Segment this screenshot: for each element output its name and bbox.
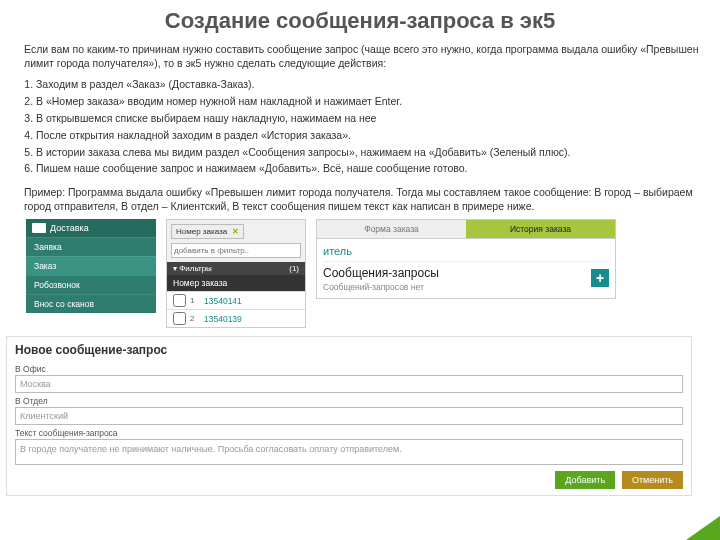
step-item: В открывшемся списке выбираем нашу накла… xyxy=(36,110,702,127)
message-text-field[interactable]: В городе получателе не принимают наличны… xyxy=(15,439,683,465)
panel-body: итель Сообщения-запросы Сообщений-запрос… xyxy=(316,239,616,299)
new-message-form: Новое сообщение-запрос В Офис Москва В О… xyxy=(6,336,692,496)
row-number: 2 xyxy=(190,314,204,323)
step-item: После открытия накладной заходим в разде… xyxy=(36,127,702,144)
row-number: 1 xyxy=(190,296,204,305)
table-row[interactable]: 2 13540139 xyxy=(167,309,305,327)
order-filter-screenshot: Номер заказа ✕ ▾ Фильтры (1) Номер заказ… xyxy=(166,219,306,328)
page-title: Создание сообщения-запроса в эк5 xyxy=(0,0,720,38)
form-heading: Новое сообщение-запрос xyxy=(15,341,683,361)
filter-tag[interactable]: Номер заказа ✕ xyxy=(171,224,244,239)
filters-label: Фильтры xyxy=(179,264,212,273)
cancel-button[interactable]: Отменить xyxy=(622,471,683,489)
order-id[interactable]: 13540139 xyxy=(204,314,242,324)
menu-item-zayavka[interactable]: Заявка xyxy=(26,237,156,256)
step-item: Пишем наше сообщение запрос и нажимаем «… xyxy=(36,160,702,177)
menu-item-zakaz[interactable]: Заказ xyxy=(26,256,156,275)
intro-text: Если вам по каким-то причинам нужно сост… xyxy=(0,38,720,74)
filter-tag-label: Номер заказа xyxy=(176,227,227,236)
delivery-header-label: Доставка xyxy=(50,223,89,233)
screenshots-row: Доставка Заявка Заказ Робозвонок Внос со… xyxy=(0,219,720,336)
add-button[interactable]: Добавить xyxy=(555,471,615,489)
messages-subtext: Сообщений-запросов нет xyxy=(323,282,609,292)
step-item: В истории заказа слева мы видим раздел «… xyxy=(36,144,702,161)
close-icon[interactable]: ✕ xyxy=(232,227,239,236)
office-field[interactable]: Москва xyxy=(15,375,683,393)
row-checkbox[interactable] xyxy=(173,312,186,325)
menu-item-vnos[interactable]: Внос со сканов xyxy=(26,294,156,313)
messages-heading: Сообщения-запросы xyxy=(323,261,609,282)
delivery-menu-screenshot: Доставка Заявка Заказ Робозвонок Внос со… xyxy=(26,219,156,313)
column-header: Номер заказа xyxy=(167,275,305,291)
messages-panel-screenshot: Форма заказа История заказа итель Сообще… xyxy=(316,219,616,299)
tab-order-history[interactable]: История заказа xyxy=(466,220,615,238)
form-buttons: Добавить Отменить xyxy=(15,465,683,489)
corner-decoration xyxy=(686,516,720,540)
steps-list: Заходим в раздел «Заказ» (Доставка-Заказ… xyxy=(0,74,720,181)
filters-count: (1) xyxy=(289,264,299,273)
menu-item-robozvonok[interactable]: Робозвонок xyxy=(26,275,156,294)
tabs: Форма заказа История заказа xyxy=(316,219,616,239)
table-row[interactable]: 1 13540141 xyxy=(167,291,305,309)
step-item: В «Номер заказа» вводим номер нужной нам… xyxy=(36,93,702,110)
filter-input[interactable] xyxy=(171,243,301,258)
chevron-down-icon: ▾ xyxy=(173,264,177,273)
delivery-header: Доставка xyxy=(26,219,156,237)
row-checkbox[interactable] xyxy=(173,294,186,307)
breadcrumb-fragment: итель xyxy=(323,245,609,261)
order-id[interactable]: 13540141 xyxy=(204,296,242,306)
truck-icon xyxy=(32,223,46,233)
example-text: Пример: Программа выдала ошибку «Превыше… xyxy=(0,181,720,219)
filters-bar[interactable]: ▾ Фильтры (1) xyxy=(167,262,305,275)
step-item: Заходим в раздел «Заказ» (Доставка-Заказ… xyxy=(36,76,702,93)
dept-field[interactable]: Клиентский xyxy=(15,407,683,425)
label-dept: В Отдел xyxy=(15,396,683,406)
label-text: Текст сообщения-запроса xyxy=(15,428,683,438)
tab-order-form[interactable]: Форма заказа xyxy=(317,220,466,238)
add-message-button[interactable]: + xyxy=(591,269,609,287)
label-office: В Офис xyxy=(15,364,683,374)
